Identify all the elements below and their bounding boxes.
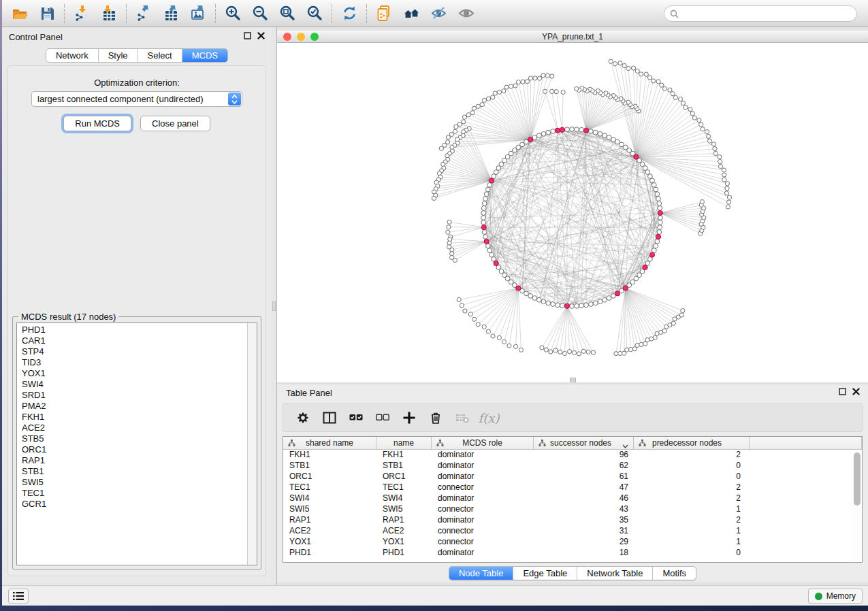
leaf-node[interactable] xyxy=(662,329,666,333)
run-mcds-button[interactable]: Run MCDS xyxy=(63,116,131,131)
leaf-node[interactable] xyxy=(668,88,672,92)
node[interactable] xyxy=(654,187,658,192)
leaf-node[interactable] xyxy=(635,343,639,347)
leaf-node[interactable] xyxy=(681,101,685,105)
leaf-node[interactable] xyxy=(586,350,590,354)
export-network-button[interactable] xyxy=(130,2,157,25)
node[interactable] xyxy=(487,248,492,253)
leaf-node[interactable] xyxy=(525,80,529,84)
leaf-node[interactable] xyxy=(722,173,726,177)
leaf-node[interactable] xyxy=(671,321,675,325)
node[interactable] xyxy=(532,296,537,301)
leaf-node[interactable] xyxy=(722,168,726,172)
node[interactable] xyxy=(607,135,611,140)
leaf-node[interactable] xyxy=(690,112,694,116)
node[interactable] xyxy=(481,206,486,211)
node[interactable] xyxy=(541,131,546,136)
node[interactable] xyxy=(598,131,602,136)
leaf-node[interactable] xyxy=(701,127,705,131)
node[interactable] xyxy=(482,230,487,235)
mcds-result-item[interactable]: RAP1 xyxy=(17,455,246,466)
refresh-button[interactable] xyxy=(336,2,363,25)
node[interactable] xyxy=(551,302,556,307)
leaf-node[interactable] xyxy=(707,134,711,138)
show-all-button[interactable] xyxy=(452,2,479,25)
mcds-node[interactable] xyxy=(555,128,560,133)
node[interactable] xyxy=(546,301,551,306)
leaf-node[interactable] xyxy=(457,122,462,127)
leaf-node[interactable] xyxy=(545,73,549,78)
leaf-node[interactable] xyxy=(486,329,490,333)
table-tab-motifs[interactable]: Motifs xyxy=(653,567,696,580)
leaf-node[interactable] xyxy=(724,191,728,195)
table-row[interactable]: ORC1ORC1dominator610 xyxy=(283,472,862,482)
leaf-node[interactable] xyxy=(718,164,722,168)
leaf-node[interactable] xyxy=(468,312,472,316)
leaf-node[interactable] xyxy=(722,178,726,182)
float-panel-icon[interactable] xyxy=(244,32,251,39)
leaf-node[interactable] xyxy=(673,95,677,99)
leaf-node[interactable] xyxy=(656,80,660,84)
leaf-node[interactable] xyxy=(544,348,548,352)
node[interactable] xyxy=(650,178,655,183)
leaf-node[interactable] xyxy=(725,186,729,191)
table-row[interactable]: SWI5SWI5connector431 xyxy=(283,504,862,515)
table-tab-edge-table[interactable]: Edge Table xyxy=(513,567,577,580)
leaf-node[interactable] xyxy=(463,309,467,313)
leaf-node[interactable] xyxy=(577,352,581,356)
mcds-result-item[interactable]: YOX1 xyxy=(17,368,246,379)
close-panel-button[interactable]: Close panel xyxy=(140,116,210,131)
open-file-button[interactable] xyxy=(6,2,33,25)
node[interactable] xyxy=(481,211,486,216)
tab-select[interactable]: Select xyxy=(138,49,182,62)
leaf-node[interactable] xyxy=(491,334,495,338)
node[interactable] xyxy=(481,220,486,225)
memory-button[interactable]: Memory xyxy=(808,589,863,604)
leaf-node[interactable] xyxy=(727,195,731,199)
leaf-node[interactable] xyxy=(543,89,547,93)
node[interactable] xyxy=(485,244,490,248)
mcds-result-item[interactable]: SWI4 xyxy=(17,379,246,390)
node[interactable] xyxy=(575,127,579,132)
leaf-node[interactable] xyxy=(629,348,633,352)
mcds-node[interactable] xyxy=(564,303,569,308)
leaf-node[interactable] xyxy=(697,118,701,122)
vertical-splitter[interactable] xyxy=(272,27,277,585)
leaf-node[interactable] xyxy=(507,344,511,348)
leaf-node[interactable] xyxy=(516,80,520,84)
table-scrollbar[interactable] xyxy=(853,450,861,561)
leaf-node[interactable] xyxy=(699,122,703,127)
mcds-result-item[interactable]: STB1 xyxy=(17,466,246,477)
column-header-shared-name[interactable]: shared name xyxy=(283,437,376,449)
leaf-node[interactable] xyxy=(626,66,630,70)
task-history-button[interactable] xyxy=(8,589,29,604)
mcds-node[interactable] xyxy=(516,286,521,291)
node[interactable] xyxy=(579,127,584,132)
close-window-icon[interactable] xyxy=(283,33,291,41)
mcds-node[interactable] xyxy=(615,291,620,296)
leaf-node[interactable] xyxy=(493,91,497,95)
table-settings-button[interactable] xyxy=(293,408,313,428)
node[interactable] xyxy=(528,294,533,299)
table-tab-network-table[interactable]: Network Table xyxy=(577,567,653,580)
leaf-node[interactable] xyxy=(554,90,558,94)
node[interactable] xyxy=(658,220,662,225)
leaf-node[interactable] xyxy=(472,317,477,321)
delete-column-button[interactable] xyxy=(425,408,446,428)
leaf-node[interactable] xyxy=(653,335,657,340)
mcds-node[interactable] xyxy=(489,178,494,183)
leaf-node[interactable] xyxy=(618,61,622,65)
leaf-node[interactable] xyxy=(470,111,475,115)
leaf-node[interactable] xyxy=(460,303,464,308)
leaf-node[interactable] xyxy=(609,59,613,63)
leaf-node[interactable] xyxy=(446,230,450,234)
leaf-node[interactable] xyxy=(502,340,506,344)
zoom-out-button[interactable] xyxy=(246,2,274,25)
node[interactable] xyxy=(489,252,494,257)
node[interactable] xyxy=(482,201,487,206)
tab-style[interactable]: Style xyxy=(99,49,138,62)
leaf-node[interactable] xyxy=(635,69,639,73)
zoom-in-button[interactable] xyxy=(219,2,246,25)
node[interactable] xyxy=(589,129,594,134)
leaf-node[interactable] xyxy=(681,309,685,313)
